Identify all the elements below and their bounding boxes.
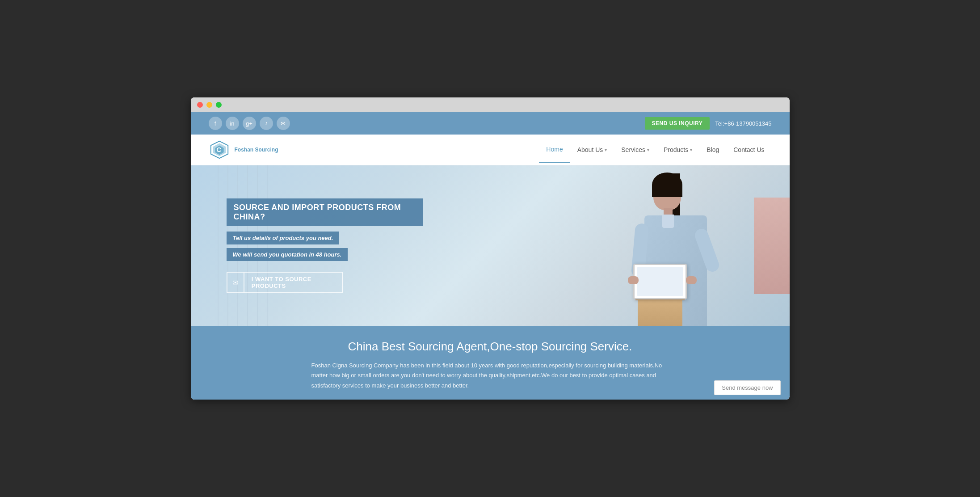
cta-email-icon: ✉ bbox=[227, 273, 244, 292]
hero-title: SOURCE AND IMPORT PRODUCTS FROM CHINA? bbox=[227, 198, 423, 226]
hero-subtitle2: We will send you quotation in 48 hours. bbox=[227, 248, 348, 261]
minimize-button[interactable] bbox=[206, 102, 212, 108]
nav-about-arrow: ▾ bbox=[605, 147, 607, 152]
hero-section: SOURCE AND IMPORT PRODUCTS FROM CHINA? T… bbox=[191, 165, 790, 326]
nav-home[interactable]: Home bbox=[539, 137, 570, 163]
bottom-title: China Best Sourcing Agent,One-stop Sourc… bbox=[209, 340, 772, 354]
send-message-float[interactable]: Send message now bbox=[714, 380, 780, 395]
nav-contact-label: Contact Us bbox=[733, 146, 764, 153]
nav-contact[interactable]: Contact Us bbox=[726, 137, 771, 162]
nav-products[interactable]: Products ▾ bbox=[656, 137, 699, 162]
top-right-area: SEND US INQUIRY Tel:+86-13790051345 bbox=[645, 117, 772, 130]
svg-text:C: C bbox=[216, 146, 221, 153]
nav-about[interactable]: About Us ▾ bbox=[570, 137, 614, 162]
logo-area[interactable]: C Foshan Sourcing bbox=[209, 135, 278, 165]
phone-text: Tel:+86-13790051345 bbox=[715, 120, 771, 127]
browser-chrome bbox=[191, 97, 790, 112]
logo-text: Foshan Sourcing bbox=[235, 147, 278, 153]
google-plus-icon[interactable]: g+ bbox=[243, 117, 256, 130]
cta-button-label: I WANT TO SOURCE PRODUCTS bbox=[244, 276, 342, 289]
nav-services-label: Services bbox=[621, 146, 645, 153]
hero-subtitle1: Tell us details of products you need. bbox=[227, 232, 340, 244]
email-icon[interactable]: ✉ bbox=[277, 117, 290, 130]
nav-services[interactable]: Services ▾ bbox=[614, 137, 656, 162]
social-icons: f in g+ 𝑡 ✉ bbox=[209, 117, 290, 130]
facebook-icon[interactable]: f bbox=[209, 117, 222, 130]
nav-home-label: Home bbox=[546, 146, 563, 153]
nav-products-label: Products bbox=[664, 146, 688, 153]
nav-services-arrow: ▾ bbox=[647, 147, 649, 152]
linkedin-icon[interactable]: in bbox=[226, 117, 239, 130]
nav-blog-label: Blog bbox=[707, 146, 719, 153]
nav-bar: C Foshan Sourcing Home About Us ▾ Servic… bbox=[191, 135, 790, 165]
hero-content: SOURCE AND IMPORT PRODUCTS FROM CHINA? T… bbox=[191, 198, 459, 293]
orange-accent bbox=[754, 198, 790, 294]
nav-products-arrow: ▾ bbox=[690, 147, 692, 152]
nav-links: Home About Us ▾ Services ▾ Products ▾ Bl… bbox=[539, 137, 771, 163]
top-bar: f in g+ 𝑡 ✉ SEND US INQUIRY Tel:+86-1379… bbox=[191, 112, 790, 135]
logo-icon: C bbox=[209, 139, 230, 160]
browser-window: f in g+ 𝑡 ✉ SEND US INQUIRY Tel:+86-1379… bbox=[191, 97, 790, 399]
bottom-section-wrapper: China Best Sourcing Agent,One-stop Sourc… bbox=[191, 326, 790, 399]
bottom-section: China Best Sourcing Agent,One-stop Sourc… bbox=[191, 326, 790, 399]
close-button[interactable] bbox=[197, 102, 203, 108]
maximize-button[interactable] bbox=[216, 102, 222, 108]
twitter-icon[interactable]: 𝑡 bbox=[260, 117, 273, 130]
hero-figure bbox=[575, 165, 754, 326]
send-inquiry-button[interactable]: SEND US INQUIRY bbox=[645, 117, 710, 130]
bottom-description: Foshan Cigna Sourcing Company has been i… bbox=[311, 361, 669, 390]
nav-about-label: About Us bbox=[577, 146, 603, 153]
nav-blog[interactable]: Blog bbox=[699, 137, 726, 162]
cta-button[interactable]: ✉ I WANT TO SOURCE PRODUCTS bbox=[227, 272, 343, 293]
